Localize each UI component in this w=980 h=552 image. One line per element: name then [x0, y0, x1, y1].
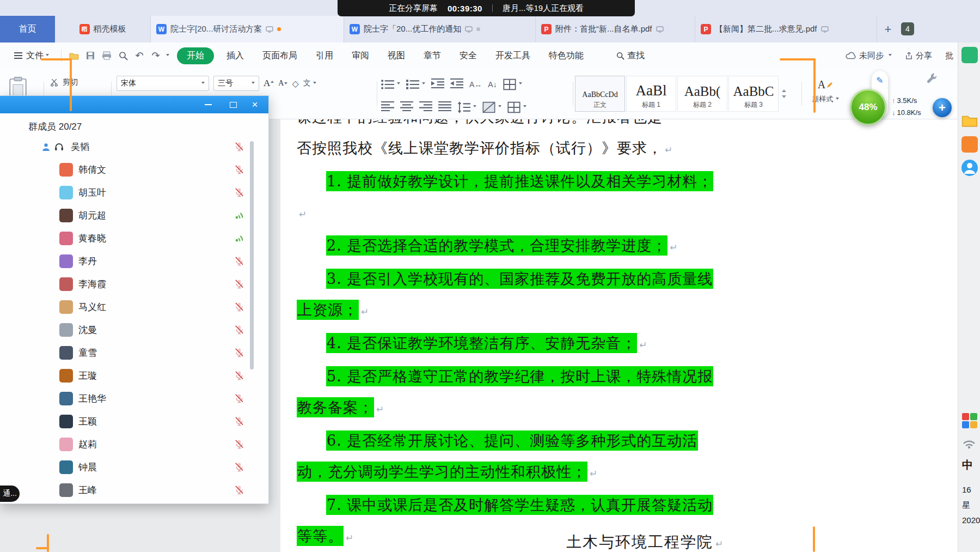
style-heading-2[interactable]: AaBb( 标题 2	[677, 76, 727, 112]
participant-row[interactable]: 马义红	[0, 295, 268, 318]
orange-app-icon[interactable]	[961, 136, 978, 153]
mic-speaking-icon[interactable]	[234, 210, 245, 220]
align-center-button[interactable]	[400, 100, 413, 114]
participants-scrollbar[interactable]	[250, 141, 254, 369]
style-normal[interactable]: AaBbCcDd 正文	[575, 76, 625, 112]
menu-tab-references[interactable]: 引用	[307, 47, 342, 64]
new-tab-button[interactable]: +	[877, 16, 899, 43]
mic-speaking-icon[interactable]	[234, 233, 245, 243]
app-grid-icon[interactable]	[962, 413, 978, 429]
participant-row[interactable]: 李丹	[0, 250, 268, 272]
line-spacing-button[interactable]	[457, 101, 476, 113]
decrease-indent-button[interactable]	[431, 77, 444, 91]
cut-button[interactable]: 剪切	[50, 77, 78, 87]
menu-tab-special-features[interactable]: 特色功能	[540, 47, 593, 64]
document-page[interactable]: 课过程中的经验和问题，供大家进行讨论。汇报者也是 否按照我校《线上课堂教学评价指…	[280, 119, 958, 552]
new-style-button[interactable]: A 新样式	[806, 78, 845, 104]
participant-row[interactable]: 钟晨	[0, 456, 268, 478]
mic-muted-icon[interactable]	[234, 187, 244, 198]
mic-muted-icon[interactable]	[234, 462, 244, 472]
mic-muted-icon[interactable]	[234, 348, 244, 358]
decrease-font-button[interactable]: A	[278, 79, 287, 88]
menu-tab-developer[interactable]: 开发工具	[486, 47, 540, 64]
boost-button[interactable]: +	[933, 98, 952, 117]
mic-muted-icon[interactable]	[234, 485, 244, 495]
font-name-select[interactable]: 宋体	[117, 76, 209, 91]
tab-document-2[interactable]: W 院士字「20...优工作的通知	[344, 16, 536, 43]
notification-pill[interactable]: 通...	[0, 486, 20, 502]
share-button[interactable]: 分享	[905, 51, 932, 61]
print-preview-button[interactable]	[115, 47, 131, 64]
open-folder-button[interactable]	[66, 47, 82, 64]
find-button[interactable]: 查找	[607, 47, 654, 64]
ime-indicator[interactable]: 中	[962, 458, 973, 472]
style-heading-3[interactable]: AaBbC 标题 3	[728, 76, 779, 112]
styles-scroll-down[interactable]	[782, 95, 786, 100]
pen-icon[interactable]: ✎	[876, 75, 883, 86]
text-direction-button[interactable]: A↔	[469, 80, 482, 89]
justify-button[interactable]	[438, 100, 451, 114]
mic-muted-icon[interactable]	[234, 279, 244, 289]
document-text[interactable]: 课过程中的经验和问题，供大家进行讨论。汇报者也是 否按照我校《线上课堂教学评价指…	[297, 101, 717, 552]
participant-row[interactable]: 王璇	[0, 364, 268, 387]
undo-button[interactable]: ↶	[131, 47, 148, 64]
mic-muted-icon[interactable]	[234, 393, 244, 404]
close-button[interactable]: ×	[247, 96, 263, 113]
style-heading-1[interactable]: AaBl 标题 1	[626, 76, 676, 112]
mic-muted-icon[interactable]	[234, 439, 244, 450]
file-menu-button[interactable]: 文件	[0, 43, 57, 69]
participant-row[interactable]: 黄春晓	[0, 227, 268, 250]
contact-avatar-icon[interactable]	[961, 160, 978, 176]
tab-home[interactable]: 首页	[0, 16, 55, 43]
tab-count-badge[interactable]: 4	[901, 22, 914, 35]
bullets-button[interactable]	[381, 78, 400, 90]
menu-tab-security[interactable]: 安全	[450, 47, 486, 64]
phonetic-guide-button[interactable]: 文	[303, 78, 316, 88]
align-right-button[interactable]	[419, 100, 432, 114]
participants-titlebar[interactable]: ×	[0, 96, 268, 113]
styles-scroll-up[interactable]	[782, 87, 786, 92]
increase-font-button[interactable]: A	[264, 78, 274, 89]
numbering-button[interactable]	[406, 78, 425, 90]
wrench-tool-button[interactable]	[926, 72, 939, 87]
menu-tab-home[interactable]: 开始	[177, 47, 214, 64]
shading-button[interactable]	[482, 101, 501, 113]
print-button[interactable]	[99, 47, 115, 64]
mic-muted-icon[interactable]	[234, 302, 244, 312]
scrollbar-thumb[interactable]	[250, 141, 254, 369]
increase-indent-button[interactable]	[450, 77, 463, 91]
network-accelerator-badge[interactable]: 48%	[850, 89, 886, 125]
tab-document-3[interactable]: P 附件：首批“新...自名单.pdf	[536, 16, 695, 43]
clear-format-button[interactable]: ◇	[292, 78, 298, 89]
mic-muted-icon[interactable]	[234, 371, 244, 381]
more-commands-chevron[interactable]	[166, 54, 169, 58]
borders-button[interactable]	[503, 78, 522, 90]
participant-row[interactable]: 王峰	[0, 478, 268, 501]
share-viewers[interactable]: 唐月...等19人正在观看	[503, 3, 584, 14]
participant-row[interactable]: 赵莉	[0, 433, 268, 456]
mic-muted-icon[interactable]	[234, 142, 244, 152]
comment-button[interactable]: 批	[945, 51, 953, 61]
participant-row[interactable]: 王艳华	[0, 387, 268, 410]
participant-row[interactable]: 童雪	[0, 341, 268, 364]
participant-row[interactable]: 胡玉叶	[0, 181, 268, 204]
sync-status-button[interactable]: 未同步	[846, 51, 892, 61]
align-left-button[interactable]	[381, 100, 394, 114]
participant-row[interactable]: 李海霞	[0, 272, 268, 295]
redo-button[interactable]: ↷	[148, 47, 164, 64]
participant-row[interactable]: 沈曼	[0, 318, 268, 341]
menu-tab-view[interactable]: 视图	[378, 47, 414, 64]
sort-button[interactable]: A↓	[488, 80, 497, 89]
tab-document-4[interactable]: P 【新闻】第二批...求意见.pdf	[695, 16, 877, 43]
folder-shortcut-icon[interactable]	[961, 113, 978, 130]
table-button[interactable]	[507, 101, 526, 113]
mic-muted-icon[interactable]	[234, 256, 244, 266]
mic-muted-icon[interactable]	[234, 416, 244, 427]
network-signal-icon[interactable]	[961, 436, 978, 452]
tab-document-1-active[interactable]: W 院士字[20...研讨活动方案	[151, 16, 344, 43]
participant-row[interactable]: 胡元超	[0, 204, 268, 227]
font-size-select[interactable]: 三号	[213, 76, 259, 91]
green-app-icon[interactable]	[961, 47, 978, 63]
menu-tab-review[interactable]: 审阅	[342, 47, 378, 64]
menu-tab-insert[interactable]: 插入	[217, 47, 253, 64]
